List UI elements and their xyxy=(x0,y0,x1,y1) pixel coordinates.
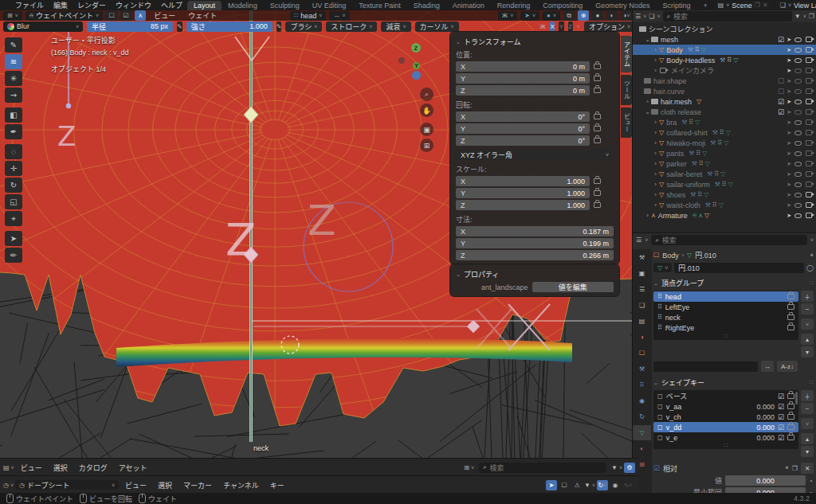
eye-icon[interactable] xyxy=(794,129,802,137)
outliner-row-body-headless[interactable]: ›▽Body-Headless ⚒⠿▽ ➤ xyxy=(633,55,816,65)
asset-settings-button[interactable]: ⚙ xyxy=(624,463,635,473)
menu-file[interactable]: ファイル xyxy=(10,0,49,10)
outliner-row-hair-mesh[interactable]: ›hair.mesh ▽ ☑➤ xyxy=(633,96,816,107)
properties-panel-header[interactable]: ⌄ プロパティ xyxy=(456,268,614,280)
rotation-x-field[interactable]: X0° xyxy=(456,111,590,122)
camera-icon[interactable] xyxy=(805,170,814,178)
vg-sort-button[interactable]: A-z↓ xyxy=(777,361,798,372)
sk-item-v-dd[interactable]: ◻v_dd0.000☑ xyxy=(653,422,798,432)
expand-icon[interactable]: › xyxy=(644,98,651,105)
vertex-groups-header[interactable]: ⌄ 頂点グループ ∷ xyxy=(653,277,814,289)
vg-item-righteye[interactable]: ⠿RightEye xyxy=(653,322,798,333)
tab-tool[interactable]: ツール xyxy=(621,75,632,105)
selectable-icon[interactable]: ➤ xyxy=(787,99,791,105)
expand-icon[interactable]: ⌄ xyxy=(644,108,651,115)
vertex-mask-toggle[interactable]: ☑ xyxy=(120,10,131,21)
display-size-icon[interactable]: ⊞ xyxy=(464,464,469,471)
lock-icon[interactable] xyxy=(787,424,794,430)
camera-icon[interactable] xyxy=(805,88,814,95)
camera-icon[interactable] xyxy=(805,201,814,209)
mute-checkbox[interactable]: ☑ xyxy=(778,434,784,442)
vg-invert-filter-button[interactable]: ↔ xyxy=(761,361,774,372)
tab-modifier-props[interactable]: ⚒ xyxy=(633,361,651,377)
move-group-down-button[interactable]: ▾ xyxy=(801,346,814,357)
eye-icon[interactable] xyxy=(794,46,802,54)
camera-icon[interactable] xyxy=(805,67,814,74)
eye-icon[interactable] xyxy=(794,212,802,220)
outliner-row-pants[interactable]: ›▽pants ⚒⠿▽ ➤ xyxy=(633,148,816,158)
tab-particles-props[interactable]: ⠿ xyxy=(633,377,651,393)
dimension-x-field[interactable]: X0.187 m xyxy=(456,226,614,236)
symmetry-y-toggle[interactable]: Y xyxy=(559,21,563,32)
navigation-gizmo[interactable]: Z Y X xyxy=(395,41,443,89)
proportional-editing-dropdown[interactable]: ➤˅ xyxy=(520,11,539,21)
selectable-icon[interactable]: ➤ xyxy=(787,182,791,188)
shading-solid-button[interactable]: ● xyxy=(592,10,603,21)
dope-editor-icon[interactable]: ◷ xyxy=(3,482,9,489)
camera-icon[interactable] xyxy=(805,98,814,105)
view-layer-selector[interactable]: ❏ ˅ View Layer ❐ ✕ xyxy=(776,1,816,10)
datablock-type-dropdown[interactable]: ▽˅ xyxy=(653,263,672,272)
tab-material-props[interactable]: ◐ xyxy=(633,441,651,456)
properties-search-input[interactable]: ⌕ 検索 xyxy=(651,235,807,245)
workspace-tab-sculpting[interactable]: Sculpting xyxy=(264,1,306,10)
tab-world-props[interactable]: ◑ xyxy=(633,330,651,345)
exclude-checkbox[interactable]: ☑ xyxy=(778,108,784,116)
selectable-icon[interactable]: ➤ xyxy=(787,202,791,209)
rotation-z-field[interactable]: Z0° xyxy=(456,135,590,146)
breadcrumb-object[interactable]: Body xyxy=(662,252,679,260)
editor-type-selector[interactable]: ⊞ ˅ xyxy=(3,11,22,21)
selectable-icon[interactable]: ➤ xyxy=(787,140,791,147)
transform-panel-header[interactable]: ⌄ トランスフォーム xyxy=(456,36,614,48)
proportional-falloff-dropdown[interactable]: ∿˅ xyxy=(622,480,634,490)
chevron-down-icon[interactable]: ˅ xyxy=(577,24,580,29)
drag-handle-icon[interactable]: ∷ xyxy=(810,279,814,287)
exclude-checkbox[interactable]: ☐ xyxy=(778,77,784,85)
menu-help[interactable]: ヘルプ xyxy=(156,0,187,10)
asset-menu-asset[interactable]: アセット xyxy=(114,463,152,473)
asset-editor-icon[interactable]: ▤ xyxy=(3,464,10,471)
workspace-tab-animation[interactable]: Animation xyxy=(446,1,491,10)
symmetry-z-toggle[interactable]: Z xyxy=(568,21,573,32)
strength-slider[interactable]: 強さ 1.000 xyxy=(186,21,273,32)
eye-icon[interactable] xyxy=(794,181,802,189)
chevron-down-icon[interactable]: ˅ xyxy=(810,237,814,243)
paint-symmetry-dropdown[interactable]: Ӝ˅ xyxy=(498,11,517,21)
sk-item-basis[interactable]: ◻ベース☑ xyxy=(653,391,798,401)
pan-button[interactable]: ✋ xyxy=(420,104,434,117)
display-mode-icon[interactable]: ❏ xyxy=(649,13,654,20)
datablock-name-field[interactable]: 円.010 xyxy=(674,263,804,273)
selectable-icon[interactable]: ➤ xyxy=(787,109,791,115)
selectable-icon[interactable]: ➤ xyxy=(787,119,791,126)
tab-render-props[interactable]: ▣ xyxy=(633,266,651,281)
remove-vertex-group-button[interactable]: − xyxy=(801,303,814,315)
exclude-checkbox[interactable]: ☑ xyxy=(778,36,784,44)
lock-icon[interactable] xyxy=(594,126,601,131)
clear-shapekeys-button[interactable]: ✕ xyxy=(801,463,814,474)
tab-item[interactable]: アイテム xyxy=(621,36,632,72)
expand-icon[interactable]: › xyxy=(652,57,659,64)
eye-icon[interactable] xyxy=(794,98,802,106)
resize-handle-icon[interactable]: ∷ xyxy=(724,333,728,340)
camera-icon[interactable] xyxy=(805,108,814,115)
eye-icon[interactable] xyxy=(794,36,802,44)
tool-select[interactable]: ➤ xyxy=(5,231,22,246)
mute-checkbox[interactable]: ☑ xyxy=(778,413,784,421)
new-collection-button[interactable]: ❐ xyxy=(809,13,814,20)
dope-filter-icon[interactable]: ▼ xyxy=(584,482,590,489)
camera-icon[interactable] xyxy=(805,191,814,198)
workspace-tab-rendering[interactable]: Rendering xyxy=(491,1,537,10)
gizmo-y-axis[interactable]: Y xyxy=(413,62,420,69)
pivot-point-dropdown[interactable]: ●˅ xyxy=(543,11,560,21)
lock-icon[interactable] xyxy=(787,404,794,409)
relative-checkbox[interactable]: ☑ xyxy=(653,464,660,472)
eye-icon[interactable] xyxy=(794,191,802,199)
new-scene-icon[interactable]: ❐ xyxy=(755,2,760,9)
outliner-row-armature[interactable]: ›⋏Armature ⍾⋏▽ ➤ xyxy=(633,210,816,221)
expand-icon[interactable]: › xyxy=(652,129,659,136)
remove-shapekey-button[interactable]: − xyxy=(801,403,814,414)
eye-icon[interactable] xyxy=(794,88,802,96)
outliner-row-collared-shirt[interactable]: ›▽collared-shirt ⚒⠿▽ ➤ xyxy=(633,127,816,138)
scale-x-field[interactable]: X1.000 xyxy=(456,176,590,186)
camera-icon[interactable] xyxy=(805,212,814,219)
